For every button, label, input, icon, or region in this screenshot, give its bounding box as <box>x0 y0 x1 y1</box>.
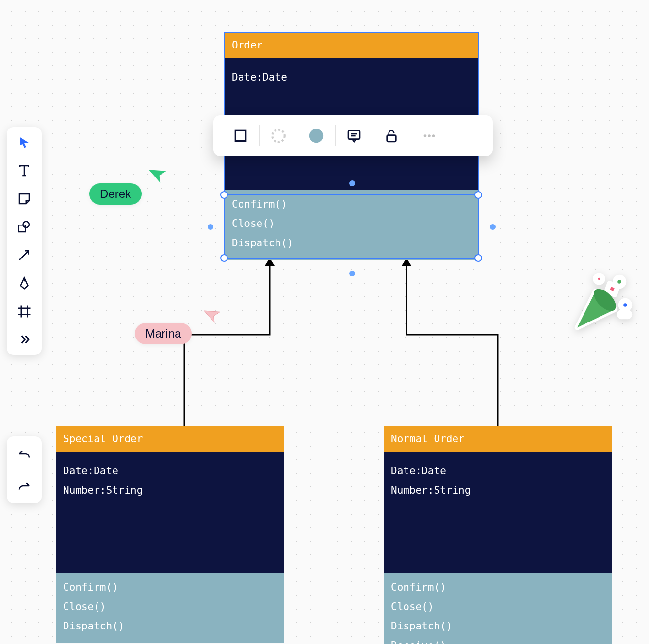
method-row: Receive() <box>391 636 605 644</box>
arrow-tool[interactable] <box>16 246 33 264</box>
cursor-icon <box>204 306 223 325</box>
class-title: Order <box>225 32 478 58</box>
frame-tool[interactable] <box>16 303 33 320</box>
attr-row: Number:String <box>63 481 277 500</box>
cursor-icon <box>148 164 170 185</box>
svg-point-2 <box>309 129 323 143</box>
method-row: Confirm() <box>63 578 277 597</box>
sticky-note-tool[interactable] <box>16 190 33 208</box>
class-attrs: Date:Date Number:String <box>384 452 612 573</box>
class-title: Normal Order <box>384 426 612 452</box>
class-methods: Confirm() Close() Dispatch() Receive() <box>384 573 612 644</box>
collaborator-cursor-marina: Marina <box>135 323 192 344</box>
svg-point-7 <box>424 134 427 137</box>
svg-rect-0 <box>235 130 245 141</box>
unlock-button[interactable] <box>373 122 410 149</box>
class-title: Special Order <box>56 426 284 452</box>
toolbar-primary <box>7 127 42 355</box>
canvas[interactable]: Order Date:Date Confirm() Close() Dispat… <box>0 0 649 644</box>
svg-point-1 <box>272 129 285 142</box>
method-row: Confirm() <box>391 578 605 597</box>
svg-rect-11 <box>606 283 617 294</box>
method-row: Dispatch() <box>391 617 605 636</box>
fill-color-button[interactable] <box>297 122 335 149</box>
stroke-style-button[interactable] <box>222 122 259 149</box>
collaborator-name: Marina <box>146 327 181 340</box>
more-button[interactable] <box>410 122 448 149</box>
svg-rect-13 <box>619 312 630 317</box>
method-row: Confirm() <box>232 195 471 214</box>
fill-none-button[interactable] <box>260 122 297 149</box>
party-popper-sticker[interactable] <box>563 266 635 338</box>
selection-handle[interactable] <box>474 191 482 199</box>
attr-row: Date:Date <box>232 68 471 87</box>
selection-handle[interactable] <box>220 191 228 199</box>
svg-rect-3 <box>348 130 360 139</box>
class-box-special[interactable]: Special Order Date:Date Number:String Co… <box>56 426 284 643</box>
toolbar-secondary <box>7 436 42 503</box>
class-methods: Confirm() Close() Dispatch() <box>56 573 284 643</box>
attr-row: Number:String <box>391 481 605 500</box>
undo-button[interactable] <box>16 445 33 463</box>
selection-midpoint[interactable] <box>349 180 355 186</box>
more-tools[interactable] <box>16 331 33 348</box>
svg-point-14 <box>596 275 603 283</box>
comment-button[interactable] <box>336 122 373 149</box>
text-tool[interactable] <box>16 162 33 179</box>
svg-point-12 <box>621 301 630 309</box>
svg-line-20 <box>19 251 29 260</box>
method-row: Dispatch() <box>63 617 277 636</box>
method-row: Dispatch() <box>232 234 471 253</box>
attr-row: Date:Date <box>391 462 605 481</box>
method-row: Close() <box>63 597 277 617</box>
selection-midpoint[interactable] <box>349 271 355 276</box>
method-row: Close() <box>391 597 605 617</box>
select-tool[interactable] <box>16 134 33 151</box>
method-row: Close() <box>232 214 471 234</box>
svg-point-9 <box>432 134 435 137</box>
selection-midpoint[interactable] <box>490 224 496 230</box>
class-box-normal[interactable]: Normal Order Date:Date Number:String Con… <box>384 426 612 644</box>
selection-handle[interactable] <box>220 254 228 262</box>
svg-point-8 <box>428 134 431 137</box>
shape-tool[interactable] <box>16 218 33 236</box>
class-methods: Confirm() Close() Dispatch() <box>225 190 478 260</box>
svg-rect-18 <box>19 225 26 232</box>
selection-midpoint[interactable] <box>208 224 213 230</box>
context-toolbar <box>213 115 493 156</box>
selection-handle[interactable] <box>474 254 482 262</box>
redo-button[interactable] <box>16 477 33 495</box>
svg-rect-6 <box>387 135 396 142</box>
collaborator-name: Derek <box>100 187 131 200</box>
pen-tool[interactable] <box>16 274 33 292</box>
collaborator-cursor-derek: Derek <box>89 183 142 205</box>
class-attrs: Date:Date Number:String <box>56 452 284 573</box>
attr-row: Date:Date <box>63 462 277 481</box>
